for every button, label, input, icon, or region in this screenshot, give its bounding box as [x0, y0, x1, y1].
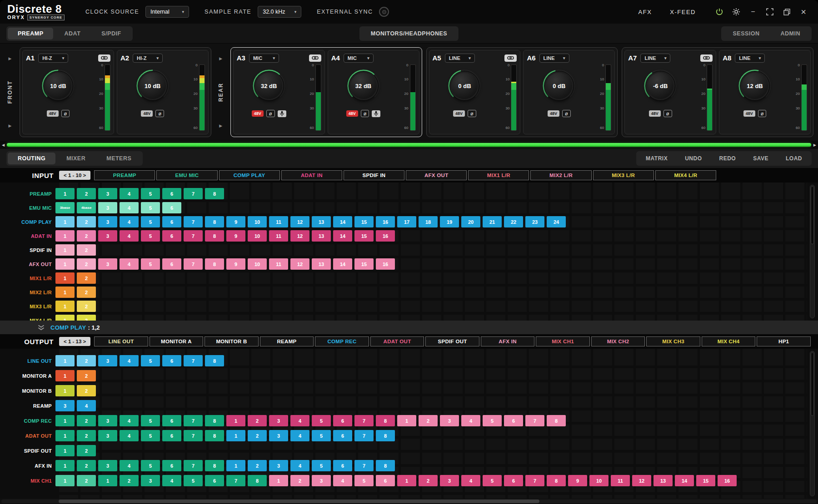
view-tab-routing[interactable]: ROUTING — [8, 153, 55, 164]
matrix-cell[interactable]: 2 — [419, 415, 438, 426]
input-tab-mix3-l-r[interactable]: MIX3 L/R — [593, 170, 654, 180]
matrix-cell[interactable]: 8 — [205, 355, 224, 366]
phantom-48v-button[interactable]: 48V — [47, 110, 59, 117]
matrix-cell[interactable]: 3 — [98, 430, 117, 441]
matrix-cell[interactable]: 7 — [184, 216, 203, 227]
matrix-cell[interactable]: 1 — [55, 272, 75, 284]
matrix-cell[interactable]: 23 — [525, 216, 544, 227]
matrix-cell[interactable]: 14 — [675, 475, 694, 486]
matrix-cell[interactable]: 13 — [653, 475, 673, 486]
matrix-cell[interactable]: 7 — [525, 415, 544, 426]
matrix-cell[interactable]: 1 — [226, 460, 245, 471]
matrix-cell[interactable]: 16 — [376, 230, 395, 242]
matrix-cell[interactable]: 3 — [98, 188, 117, 199]
matrix-cell[interactable]: 20 — [461, 216, 480, 227]
matrix-cell[interactable]: 2 — [77, 258, 96, 270]
matrix-cell[interactable]: 3 — [98, 355, 117, 366]
matrix-cell[interactable]: 1 — [55, 244, 75, 256]
output-tab-mix-ch1[interactable]: MIX CH1 — [536, 336, 590, 346]
matrix-cell[interactable]: 1 — [269, 475, 288, 486]
matrix-cell[interactable]: 8 — [376, 430, 395, 441]
matrix-cell[interactable]: 7 — [354, 430, 374, 441]
matrix-cell[interactable]: 1 — [55, 188, 75, 199]
matrix-cell[interactable]: 1 — [55, 460, 75, 471]
gain-knob[interactable]: 10 dB — [37, 65, 79, 107]
matrix-cell[interactable]: 8 — [205, 188, 224, 199]
gain-knob[interactable]: 32 dB — [343, 65, 384, 107]
panel-expand-arrow-icon[interactable]: ▶ — [219, 56, 222, 61]
bottom-scroll-thumb[interactable] — [59, 499, 539, 503]
matrix-cell[interactable]: 7 — [354, 415, 374, 426]
matrix-cell[interactable]: 13 — [312, 216, 331, 227]
matrix-cell[interactable]: 16 — [376, 258, 395, 270]
output-tab-mix-ch4[interactable]: MIX CH4 — [702, 336, 756, 346]
restore-button[interactable] — [782, 7, 791, 16]
tab-adat[interactable]: ADAT — [54, 28, 90, 40]
stereo-link-button[interactable] — [309, 54, 321, 62]
matrix-cell[interactable]: 10 — [589, 475, 609, 486]
input-mode-select[interactable]: LINE ▾ — [445, 54, 475, 63]
matrix-cell[interactable]: 16 — [718, 475, 737, 486]
matrix-cell[interactable]: 4 — [120, 188, 139, 199]
scroll-left-arrow-icon[interactable]: ◀ — [2, 143, 5, 147]
matrix-cell[interactable]: 4 — [120, 460, 139, 471]
matrix-cell[interactable]: 2 — [77, 370, 96, 381]
matrix-cell[interactable]: 11 — [269, 230, 288, 242]
matrix-cell[interactable]: 8 — [205, 230, 224, 242]
matrix-cell[interactable]: 7 — [184, 258, 203, 270]
matrix-cell[interactable]: 11 — [611, 475, 630, 486]
matrix-cell[interactable]: 8 — [376, 460, 395, 471]
bottom-scroll-track[interactable] — [1, 499, 817, 503]
save-button[interactable]: SAVE — [745, 153, 777, 164]
matrix-cell[interactable]: 14 — [333, 216, 352, 227]
matrix-cell[interactable]: 7 — [184, 430, 203, 441]
matrix-cell[interactable]: 8 — [205, 216, 224, 227]
mic-button[interactable] — [372, 110, 380, 117]
matrix-cell[interactable]: 7 — [354, 460, 374, 471]
matrix-cell[interactable]: 8 — [205, 258, 224, 270]
matrix-cell[interactable]: 6 — [162, 216, 181, 227]
output-tab-line-out[interactable]: LINE OUT — [94, 336, 148, 346]
matrix-cell[interactable]: 8 — [205, 415, 224, 426]
matrix-cell[interactable]: 8 — [376, 415, 395, 426]
matrix-cell[interactable]: 12 — [290, 258, 309, 270]
matrix-cell[interactable]: 4 — [120, 202, 139, 213]
matrix-cell[interactable]: 5 — [483, 415, 502, 426]
matrix-cell[interactable]: 1 — [55, 370, 75, 381]
settings-button[interactable] — [732, 7, 741, 16]
gain-knob[interactable]: 10 dB — [132, 65, 174, 107]
matrix-cell[interactable]: 2 — [77, 216, 96, 227]
redo-button[interactable]: REDO — [711, 153, 744, 164]
output-tab-reamp[interactable]: REAMP — [260, 336, 314, 346]
matrix-cell[interactable]: 8 — [547, 415, 566, 426]
matrix-cell[interactable]: 11 — [269, 258, 288, 270]
matrix-cell[interactable]: 1 — [55, 475, 75, 486]
matrix-cell[interactable]: 14 — [333, 230, 352, 242]
matrix-cell[interactable]: 6 — [162, 258, 181, 270]
panel-expand-arrow-icon[interactable]: ▶ — [9, 124, 12, 128]
matrix-cell[interactable]: 6 — [162, 430, 181, 441]
minimize-button[interactable]: − — [748, 7, 758, 16]
matrix-cell[interactable]: 7 — [184, 230, 203, 242]
matrix-cell[interactable]: 9 — [226, 258, 245, 270]
matrix-cell[interactable]: 3 — [440, 415, 459, 426]
matrix-cell[interactable]: 18 — [419, 216, 438, 227]
input-mode-select[interactable]: LINE ▾ — [539, 54, 569, 63]
matrix-cell[interactable]: 3 — [269, 430, 288, 441]
panel-expand-arrow-icon[interactable]: ▶ — [219, 124, 222, 128]
matrix-cell[interactable]: 5 — [141, 258, 160, 270]
matrix-cell[interactable]: 2 — [77, 188, 96, 199]
clock-source-select[interactable]: Internal ▾ — [145, 6, 189, 18]
close-button[interactable]: × — [799, 7, 808, 16]
gain-knob[interactable]: -6 dB — [639, 65, 681, 107]
phase-invert-button[interactable]: ø — [361, 110, 369, 117]
matrix-cell[interactable]: 10 — [248, 230, 267, 242]
matrix-cell[interactable]: 2 — [77, 355, 96, 366]
matrix-cell[interactable]: 3 — [440, 475, 459, 486]
output-tab-monitor-a[interactable]: MONITOR A — [150, 336, 204, 346]
load-button[interactable]: LOAD — [778, 153, 810, 164]
stereo-link-button[interactable] — [504, 54, 517, 62]
matrix-cell[interactable]: 7 — [184, 355, 203, 366]
phase-invert-button[interactable]: ø — [468, 110, 476, 117]
gain-knob[interactable]: 12 dB — [734, 65, 776, 107]
